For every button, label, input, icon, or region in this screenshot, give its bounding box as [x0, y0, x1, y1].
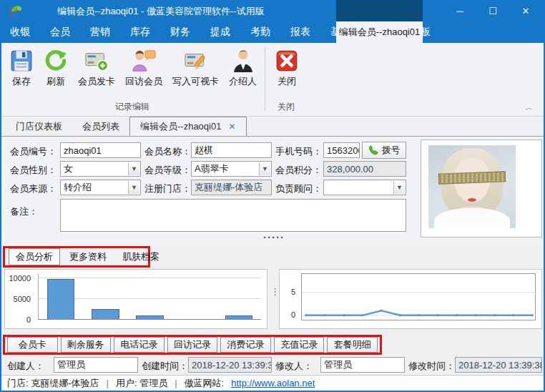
tab-skin-records[interactable]: 肌肤档案: [116, 249, 166, 265]
member-no-label: 会员编号：: [10, 145, 57, 158]
grade-dropdown-arrow-icon[interactable]: ▼: [259, 162, 270, 175]
modified-by-field: 管理员: [320, 357, 405, 373]
ribbon: 保存 刷新: [1, 43, 544, 117]
member-edit-form: 会员编号： zhaoqi01 会员名称： 赵棋 手机号码： 15632000 拨…: [1, 137, 544, 246]
close-icon: [275, 49, 299, 73]
tab-consumption-records[interactable]: 消费记录: [220, 337, 271, 353]
dial-button[interactable]: 拨号: [362, 142, 406, 159]
gender-value: 女: [64, 162, 73, 175]
ribbon-separator: [265, 47, 265, 112]
tab-recharge-records[interactable]: 充值记录: [274, 337, 325, 353]
tab-member-analysis[interactable]: 会员分析: [9, 248, 60, 265]
menu-item-attendance[interactable]: 考勤: [240, 21, 280, 43]
horizontal-splitter-handle[interactable]: ·····: [263, 235, 285, 242]
tab-remaining-services[interactable]: 剩余服务: [61, 337, 112, 353]
points-field: 328,000.00: [323, 161, 406, 177]
menu-item-reports[interactable]: 报表: [280, 21, 320, 43]
person-icon: [231, 49, 255, 73]
status-user: 用户: 管理员: [116, 377, 167, 390]
tab-store-dashboard[interactable]: 门店仪表板: [6, 117, 72, 136]
ribbon-group-close: 关闭 关闭: [267, 43, 305, 116]
annotation-box-analysis-tabs: 会员分析 更多资料 肌肤档案: [3, 246, 150, 268]
refresh-button[interactable]: 刷新: [39, 47, 73, 101]
grade-label: 会员等级：: [144, 164, 191, 177]
grade-combobox[interactable]: A翡翠卡 ▼: [191, 161, 272, 177]
reg-store-field: 克丽缇娜-体验店: [191, 180, 272, 195]
close-record-button-label: 关闭: [278, 75, 296, 88]
status-separator: |: [175, 378, 177, 388]
gender-dropdown-arrow-icon[interactable]: ▼: [128, 162, 139, 175]
close-record-button[interactable]: 关闭: [270, 47, 304, 101]
modified-by-label: 修改人：: [275, 360, 313, 373]
window-title: 编辑会员--zhaoqi01 - 傲蓝美容院管理软件--试用版: [57, 5, 265, 18]
menu-item-member[interactable]: 会员: [40, 21, 80, 43]
source-label: 会员来源：: [10, 182, 57, 195]
titlebar: 编辑会员--zhaoqi01 - 傲蓝美容院管理软件--试用版 ─ ☐ ✕: [0, 0, 545, 21]
statusbar: 门店: 克丽缇娜-体验店 | 用户: 管理员 | 傲蓝网站: http://ww…: [1, 375, 544, 391]
menu-item-inventory[interactable]: 库存: [120, 21, 160, 43]
tab-call-records[interactable]: 电话记录: [114, 337, 165, 353]
consultant-dropdown-arrow-icon[interactable]: ▼: [393, 181, 405, 194]
consultant-combobox[interactable]: ▼: [323, 180, 406, 195]
member-photo[interactable]: [428, 145, 516, 228]
referrer-button-label: 介绍人: [229, 75, 257, 88]
menu-item-cashier[interactable]: 收银: [0, 21, 40, 43]
refresh-icon: [44, 49, 68, 73]
member-no-input[interactable]: zhaoqi01: [60, 142, 141, 158]
grade-value: A翡翠卡: [195, 162, 229, 175]
modified-at-label: 修改时间：: [408, 360, 455, 373]
created-at-field: 2018-12-20 13:39:38: [188, 357, 272, 373]
tab-revisit-records[interactable]: 回访记录: [167, 337, 218, 353]
status-separator: |: [107, 378, 109, 388]
app-logo-leaf-icon: [6, 3, 24, 19]
write-visual-card-button[interactable]: 写入可视卡: [167, 47, 224, 101]
maximize-button[interactable]: ☐: [476, 0, 509, 21]
chart-splitter-handle[interactable]: ⋮: [270, 289, 276, 309]
member-line-chart-panel: 05: [279, 269, 542, 329]
menu-item-finance[interactable]: 财务: [160, 21, 200, 43]
save-button[interactable]: 保存: [4, 47, 39, 101]
menu-item-commission[interactable]: 提成: [200, 21, 240, 43]
source-combobox[interactable]: 转介绍 ▼: [60, 180, 141, 195]
card-add-icon: [84, 49, 109, 73]
tab-package-details[interactable]: 套餐明细: [327, 337, 378, 353]
member-name-label: 会员名称：: [144, 145, 191, 158]
phone-input[interactable]: 15632000: [323, 142, 360, 158]
bar-chart-plot: [38, 274, 261, 320]
aolan-website-link[interactable]: http://www.aolan.net: [231, 378, 315, 388]
referrer-button[interactable]: 介绍人: [224, 47, 262, 101]
close-window-button[interactable]: ✕: [509, 0, 542, 21]
created-by-field: 管理员: [54, 357, 138, 373]
revisit-member-button[interactable]: 回访会员: [120, 47, 167, 101]
tab-close-icon[interactable]: ✕: [228, 122, 235, 132]
app-window: 编辑会员--zhaoqi01 - 傲蓝美容院管理软件--试用版 ─ ☐ ✕ 收银…: [0, 0, 545, 392]
dial-button-label: 拨号: [382, 144, 401, 157]
menu-tab-edit-member-active[interactable]: 编辑会员--zhaoqi01: [336, 21, 423, 43]
save-button-label: 保存: [12, 75, 31, 88]
photo-lips: [468, 198, 476, 202]
issue-card-button[interactable]: 会员发卡: [73, 47, 120, 101]
member-bar-chart-panel: 0500010000: [4, 269, 267, 329]
collapse-ribbon-chevron-icon[interactable]: ︿: [524, 103, 535, 112]
photo-shoulders: [434, 208, 510, 228]
created-by-label: 创建人：: [7, 360, 44, 373]
reg-store-label: 注册门店：: [144, 182, 191, 195]
tab-edit-member-active[interactable]: 编辑会员--zhaoqi01 ✕: [129, 117, 247, 136]
tab-member-list[interactable]: 会员列表: [72, 117, 129, 136]
remark-textarea[interactable]: [60, 199, 406, 232]
menu-item-marketing[interactable]: 营销: [80, 21, 120, 43]
write-visual-card-button-label: 写入可视卡: [172, 75, 219, 88]
tab-member-card[interactable]: 会员卡: [7, 337, 58, 353]
person-chat-icon: [132, 49, 156, 73]
status-site-label: 傲蓝网站:: [185, 377, 225, 390]
source-dropdown-arrow-icon[interactable]: ▼: [128, 181, 139, 194]
phone-label: 手机号码：: [275, 145, 322, 158]
gender-combobox[interactable]: 女 ▼: [60, 161, 141, 177]
member-name-input[interactable]: 赵棋: [191, 142, 272, 158]
issue-card-button-label: 会员发卡: [78, 75, 115, 88]
modified-at-field: 2018-12-20 13:39:38: [455, 357, 542, 373]
tab-more-info[interactable]: 更多资料: [63, 249, 113, 265]
phone-icon: [368, 145, 379, 156]
minimize-button[interactable]: ─: [443, 0, 476, 21]
tab-edit-member-label: 编辑会员--zhaoqi01: [140, 120, 221, 133]
